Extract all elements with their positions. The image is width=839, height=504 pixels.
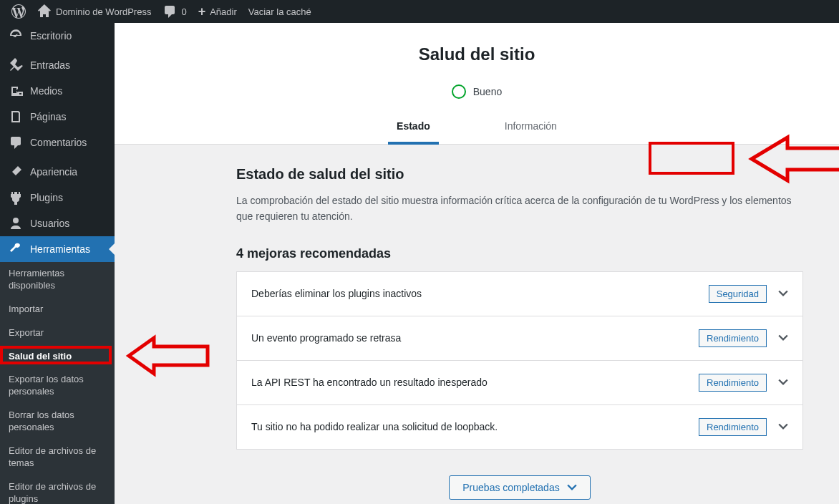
check-title: La API REST ha encontrado un resultado i… — [251, 377, 699, 388]
admin-toolbar: Dominio de WordPress 0 + Añadir Vaciar l… — [0, 0, 839, 23]
tools-submenu: Herramientas disponibles Importar Export… — [0, 262, 115, 504]
clear-cache-label: Vaciar la caché — [248, 6, 311, 17]
site-name: Dominio de WordPress — [56, 6, 151, 17]
health-checks-list: Deberías eliminar los plugins inactivos … — [236, 271, 803, 450]
chevron-down-icon — [778, 377, 788, 387]
section-description: La comprobación del estado del sitio mue… — [236, 193, 803, 225]
status-circle-icon — [452, 84, 466, 99]
menu-media[interactable]: Medios — [0, 78, 115, 104]
wrench-icon — [9, 242, 23, 256]
comment-icon — [163, 4, 177, 19]
main-content: Salud del sitio Bueno Estado Información… — [115, 23, 839, 504]
check-badge: Rendimiento — [699, 374, 767, 392]
submenu-site-health[interactable]: Salud del sitio — [0, 345, 115, 369]
admin-sidebar: Escritorio Entradas Medios Páginas Comen… — [0, 23, 115, 504]
section-title: Estado de salud del sitio — [236, 166, 803, 183]
comments-icon — [9, 135, 23, 150]
check-badge: Rendimiento — [699, 329, 767, 347]
menu-tools[interactable]: Herramientas — [0, 236, 115, 262]
chevron-down-icon — [567, 483, 577, 493]
page-header: Salud del sitio Bueno Estado Información — [115, 23, 839, 145]
check-title: Deberías eliminar los plugins inactivos — [251, 288, 709, 299]
chevron-down-icon — [778, 289, 788, 299]
add-label: Añadir — [210, 6, 237, 17]
add-new-link[interactable]: + Añadir — [193, 0, 243, 23]
menu-comments[interactable]: Comentarios — [0, 130, 115, 155]
menu-plugins[interactable]: Plugins — [0, 185, 115, 210]
menu-posts[interactable]: Entradas — [0, 52, 115, 78]
check-title: Un evento programado se retrasa — [251, 332, 699, 344]
health-check-row[interactable]: Un evento programado se retrasa Rendimie… — [237, 316, 802, 361]
health-check-row[interactable]: Tu sitio no ha podido realizar una solic… — [237, 405, 802, 449]
submenu-import[interactable]: Importar — [0, 298, 115, 321]
submenu-theme-editor[interactable]: Editor de archivos de temas — [0, 440, 115, 475]
health-check-row[interactable]: Deberías eliminar los plugins inactivos … — [237, 272, 802, 316]
media-icon — [9, 84, 23, 98]
home-icon — [37, 4, 52, 19]
recommended-title: 4 mejoras recomendadas — [236, 246, 803, 261]
menu-users[interactable]: Usuarios — [0, 210, 115, 236]
health-tabs: Estado Información — [115, 115, 839, 144]
submenu-erase-personal[interactable]: Borrar los datos personales — [0, 404, 115, 440]
page-title: Salud del sitio — [115, 44, 839, 64]
check-title: Tu sitio no ha podido realizar una solic… — [251, 421, 699, 432]
passed-tests-label: Pruebas completadas — [462, 482, 559, 493]
dashboard-icon — [9, 29, 23, 43]
clear-cache-link[interactable]: Vaciar la caché — [243, 0, 317, 23]
health-body: Estado de salud del sitio La comprobació… — [115, 145, 839, 504]
submenu-export[interactable]: Exportar — [0, 321, 115, 345]
check-badge: Seguridad — [709, 285, 767, 303]
comments-link[interactable]: 0 — [157, 0, 192, 23]
site-link[interactable]: Dominio de WordPress — [31, 0, 157, 23]
passed-tests-button[interactable]: Pruebas completadas — [449, 475, 590, 500]
plug-icon — [9, 190, 23, 205]
chevron-down-icon — [778, 333, 788, 343]
health-status: Bueno — [115, 84, 839, 99]
page-icon — [9, 110, 23, 124]
submenu-export-personal[interactable]: Exportar los datos personales — [0, 368, 115, 404]
tab-status[interactable]: Estado — [388, 115, 439, 145]
submenu-available[interactable]: Herramientas disponibles — [0, 262, 115, 298]
wordpress-icon — [11, 4, 26, 19]
tab-info[interactable]: Información — [496, 115, 566, 144]
chevron-down-icon — [778, 422, 788, 432]
submenu-plugin-editor[interactable]: Editor de archivos de plugins — [0, 475, 115, 504]
status-label: Bueno — [473, 86, 502, 97]
menu-dashboard[interactable]: Escritorio — [0, 23, 115, 49]
user-icon — [9, 216, 23, 231]
pin-icon — [9, 58, 23, 72]
check-badge: Rendimiento — [699, 418, 767, 436]
menu-appearance[interactable]: Apariencia — [0, 159, 115, 185]
menu-pages[interactable]: Páginas — [0, 104, 115, 130]
health-check-row[interactable]: La API REST ha encontrado un resultado i… — [237, 361, 802, 405]
comment-count: 0 — [181, 6, 186, 17]
plus-icon: + — [198, 4, 206, 19]
brush-icon — [9, 165, 23, 179]
wp-logo[interactable] — [6, 0, 31, 23]
